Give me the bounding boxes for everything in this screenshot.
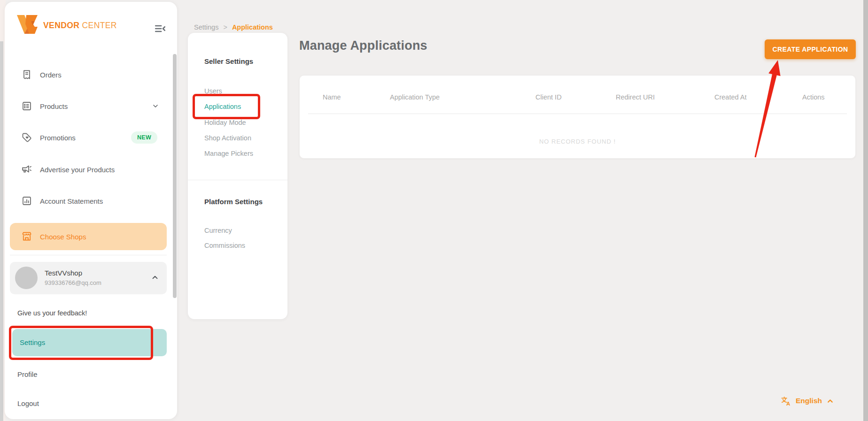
platform-settings-title: Platform Settings [204,198,263,206]
sidebar-item-products[interactable]: Products [21,100,166,112]
sidebar-item-profile[interactable]: Profile [17,370,38,378]
settings-nav-applications[interactable]: Applications [204,103,241,110]
settings-nav-shop-activation[interactable]: Shop Activation [204,134,251,142]
tag-icon [21,132,32,143]
applications-table: Name Application Type Client ID Redirect… [299,75,856,159]
avatar [15,267,38,289]
sidebar-item-label: Orders [40,71,62,79]
sidebar-item-label: Advertise your Products [40,166,115,174]
svg-text:A: A [786,401,790,406]
column-header-redirect-uri: Redirect URI [616,93,655,101]
account-card[interactable]: TestVVshop 939336766@qq.com [10,262,167,294]
language-selector[interactable]: A English [781,394,834,407]
column-header-client-id: Client ID [535,93,562,101]
brand-name-primary: VENDOR [43,21,79,30]
chevron-up-icon[interactable] [151,273,159,282]
create-application-button[interactable]: CREATE APPLICATION [765,39,856,59]
sidebar: VENDOR CENTER Orders Products Promotions… [5,2,177,419]
vendor-center-logo-icon [13,11,40,38]
brand-name: VENDOR CENTER [43,21,117,31]
collapse-sidebar-icon[interactable] [154,23,166,35]
sidebar-item-label: Settings [20,329,45,356]
sidebar-item-advertise[interactable]: Advertise your Products [21,163,166,176]
sidebar-item-choose-shops[interactable]: Choose Shops [10,223,167,250]
sidebar-item-settings[interactable]: Settings [12,329,167,356]
settings-nav-panel: Seller Settings Users Applications Holid… [188,33,287,319]
page-title: Manage Applications [299,38,427,53]
settings-nav-currency[interactable]: Currency [204,227,232,234]
breadcrumb-settings[interactable]: Settings [194,23,218,31]
sidebar-item-label: Choose Shops [40,233,86,241]
seller-settings-title: Seller Settings [204,57,253,65]
left-scrollbar[interactable] [0,41,3,421]
column-header-application-type: Application Type [390,93,440,101]
settings-nav-users[interactable]: Users [204,87,222,95]
feedback-link[interactable]: Give us your feedback! [17,309,87,317]
sidebar-item-logout[interactable]: Logout [17,399,39,407]
language-label: English [796,397,822,405]
chevron-down-icon[interactable] [152,102,159,110]
empty-state-message: NO RECORDS FOUND ! [300,138,855,145]
translate-icon: A [781,396,791,406]
list-icon [21,100,32,112]
account-email: 939336766@qq.com [45,279,101,286]
settings-nav-divider [188,180,287,180]
account-name: TestVVshop [45,269,82,277]
sidebar-item-label: Promotions [40,134,76,142]
sidebar-divider [10,255,167,255]
breadcrumb-applications[interactable]: Applications [232,23,273,31]
sidebar-item-promotions[interactable]: Promotions NEW [21,131,166,144]
settings-nav-holiday-mode[interactable]: Holiday Mode [204,119,246,126]
right-scrollbar[interactable] [863,0,868,421]
settings-nav-manage-pickers[interactable]: Manage Pickers [204,150,253,157]
column-header-actions: Actions [802,93,825,101]
sidebar-item-label: Account Statements [40,197,103,205]
new-badge: NEW [131,131,157,144]
column-header-created-at: Created At [714,93,747,101]
sidebar-scrollbar-thumb[interactable] [173,54,177,298]
settings-nav-commissions[interactable]: Commissions [204,242,245,249]
breadcrumb: Settings > Applications [194,23,273,31]
brand-name-secondary: CENTER [82,21,117,30]
storefront-icon [21,231,32,242]
column-header-name: Name [323,93,341,101]
sidebar-item-orders[interactable]: Orders [21,69,166,81]
bar-chart-icon [21,195,32,207]
table-header-divider [308,114,847,114]
breadcrumb-separator: > [223,23,227,31]
sidebar-item-label: Products [40,102,68,110]
receipt-icon [21,69,32,80]
chevron-up-icon [826,397,834,405]
sidebar-item-account-statements[interactable]: Account Statements [21,195,166,207]
megaphone-icon [21,164,32,175]
